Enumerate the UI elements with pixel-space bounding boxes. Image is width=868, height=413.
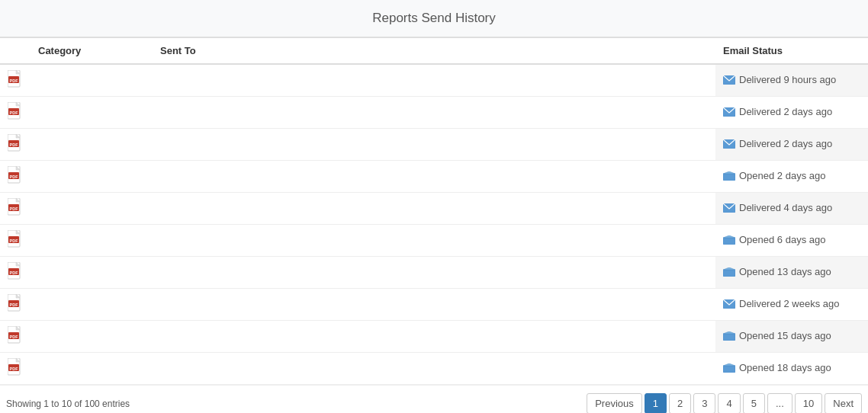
pdf-icon[interactable]: PDF: [8, 198, 23, 216]
email-status-content: Delivered 4 days ago: [723, 202, 832, 213]
svg-marker-20: [723, 171, 735, 174]
pdf-icon-cell[interactable]: PDF: [0, 64, 31, 97]
pdf-icon-cell[interactable]: PDF: [0, 353, 31, 385]
svg-marker-54: [723, 363, 735, 366]
col-header-icon: [0, 38, 31, 65]
svg-marker-48: [723, 331, 735, 334]
pagination-page-4[interactable]: 4: [718, 393, 740, 413]
svg-rect-36: [723, 270, 735, 277]
category-cell: [31, 129, 153, 161]
email-status-content: Delivered 2 days ago: [723, 138, 832, 149]
svg-text:PDF: PDF: [10, 239, 19, 243]
pagination-page-10[interactable]: 10: [795, 393, 822, 413]
pdf-icon-cell[interactable]: PDF: [0, 193, 31, 225]
table-row: PDF Opened 13 days ago: [0, 257, 868, 289]
opened-mail-icon: [723, 171, 735, 181]
table-row: PDF Delivered 4 days ago: [0, 193, 868, 225]
pdf-icon[interactable]: PDF: [8, 326, 23, 344]
pdf-icon[interactable]: PDF: [8, 166, 23, 184]
email-status-cell: Delivered 9 hours ago: [715, 64, 868, 97]
email-status-cell: Opened 18 days ago: [715, 353, 868, 385]
pdf-icon[interactable]: PDF: [8, 230, 23, 248]
pagination-page-5[interactable]: 5: [743, 393, 765, 413]
sent-to-cell: [153, 193, 715, 225]
table-row: PDF Delivered 2 days ago: [0, 97, 868, 129]
sent-to-cell: [153, 64, 715, 97]
table-row: PDF Opened 6 days ago: [0, 225, 868, 257]
pagination-page-1[interactable]: 1: [645, 393, 667, 413]
category-cell: [31, 64, 153, 97]
pagination-page-3[interactable]: 3: [693, 393, 715, 413]
table-row: PDF Opened 18 days ago: [0, 353, 868, 385]
table-footer: Showing 1 to 10 of 100 entries Previous …: [0, 385, 868, 413]
table-row: PDF Opened 2 days ago: [0, 161, 868, 193]
pdf-icon-cell[interactable]: PDF: [0, 321, 31, 353]
sent-to-cell: [153, 321, 715, 353]
pagination-next[interactable]: Next: [825, 393, 862, 413]
sent-to-cell: [153, 129, 715, 161]
pdf-icon[interactable]: PDF: [8, 294, 23, 312]
pagination-previous[interactable]: Previous: [587, 393, 642, 413]
svg-text:PDF: PDF: [10, 206, 19, 211]
showing-text: Showing 1 to 10 of 100 entries: [6, 399, 130, 409]
svg-text:PDF: PDF: [10, 78, 19, 83]
sent-to-cell: [153, 289, 715, 321]
email-status-cell: Opened 15 days ago: [715, 321, 868, 353]
opened-mail-icon: [723, 331, 735, 341]
pagination-ellipsis: ...: [767, 393, 792, 413]
email-status-cell: Delivered 2 days ago: [715, 129, 868, 161]
pdf-icon-cell[interactable]: PDF: [0, 97, 31, 129]
table-row: PDF Delivered 2 weeks ago: [0, 289, 868, 321]
email-status-cell: Delivered 2 days ago: [715, 97, 868, 129]
category-cell: [31, 353, 153, 385]
pagination: Previous 1 2 3 4 5 ... 10 Next: [587, 393, 862, 413]
pdf-icon-cell[interactable]: PDF: [0, 225, 31, 257]
pdf-icon[interactable]: PDF: [8, 262, 23, 280]
category-cell: [31, 193, 153, 225]
svg-text:PDF: PDF: [10, 142, 19, 147]
delivered-mail-icon: [723, 203, 735, 213]
table-row: PDF Delivered 9 hours ago: [0, 64, 868, 97]
table-row: PDF Opened 15 days ago: [0, 321, 868, 353]
svg-rect-53: [723, 366, 735, 373]
email-status-content: Opened 13 days ago: [723, 266, 831, 277]
pdf-icon-cell[interactable]: PDF: [0, 161, 31, 193]
page-title: Reports Send History: [11, 11, 857, 26]
svg-text:PDF: PDF: [10, 335, 19, 339]
email-status-cell: Delivered 4 days ago: [715, 193, 868, 225]
delivered-mail-icon: [723, 139, 735, 149]
pdf-icon-cell[interactable]: PDF: [0, 289, 31, 321]
col-header-sentto: Sent To: [153, 38, 715, 65]
category-cell: [31, 289, 153, 321]
email-status-content: Opened 6 days ago: [723, 234, 825, 245]
email-status-cell: Opened 6 days ago: [715, 225, 868, 257]
pdf-icon[interactable]: PDF: [8, 134, 23, 152]
email-status-cell: Opened 13 days ago: [715, 257, 868, 289]
reports-table: Category Sent To Email Status PDF Delive…: [0, 37, 868, 385]
delivered-mail-icon: [723, 107, 735, 117]
table-header-row: Category Sent To Email Status: [0, 38, 868, 65]
page-header: Reports Send History: [0, 0, 868, 37]
svg-text:PDF: PDF: [10, 271, 19, 275]
opened-mail-icon: [723, 267, 735, 277]
svg-rect-47: [723, 334, 735, 341]
email-status-content: Opened 18 days ago: [723, 362, 831, 373]
email-status-content: Delivered 2 weeks ago: [723, 298, 840, 309]
pdf-icon[interactable]: PDF: [8, 102, 23, 120]
svg-marker-37: [723, 267, 735, 270]
pdf-icon-cell[interactable]: PDF: [0, 129, 31, 161]
category-cell: [31, 321, 153, 353]
pagination-page-2[interactable]: 2: [669, 393, 691, 413]
category-cell: [31, 225, 153, 257]
svg-rect-19: [723, 174, 735, 181]
email-status-content: Delivered 2 days ago: [723, 106, 832, 117]
sent-to-cell: [153, 225, 715, 257]
col-header-category: Category: [31, 38, 153, 65]
pdf-icon[interactable]: PDF: [8, 70, 23, 88]
sent-to-cell: [153, 257, 715, 289]
pdf-icon-cell[interactable]: PDF: [0, 257, 31, 289]
svg-text:PDF: PDF: [10, 303, 19, 307]
svg-text:PDF: PDF: [10, 110, 19, 115]
pdf-icon[interactable]: PDF: [8, 358, 23, 376]
category-cell: [31, 97, 153, 129]
